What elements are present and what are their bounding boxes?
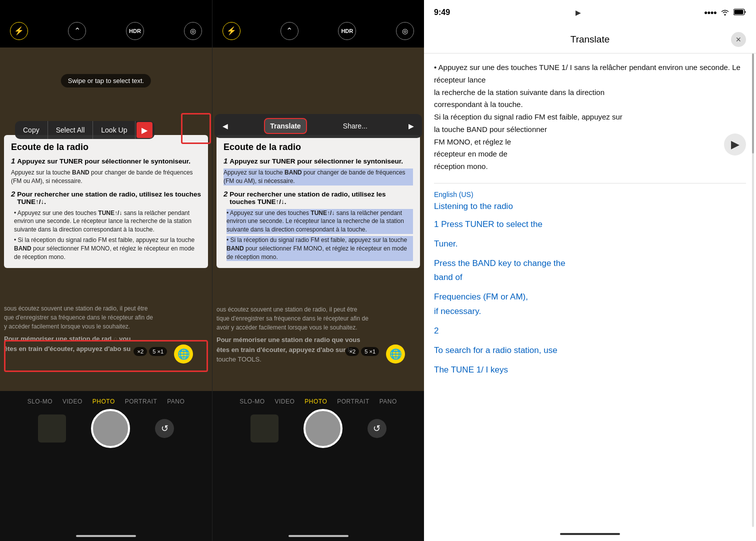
translate-button[interactable]: Translate — [264, 118, 306, 134]
translate-sheet: 9:49 ▶ ●●●● Translate ✕ — [424, 0, 756, 541]
step1-num: 1 — [11, 156, 15, 165]
mode-portrait[interactable]: PORTRAIT — [125, 398, 157, 405]
step1-title: Appuyez sur TUNER pour sélectionner le s… — [17, 158, 190, 165]
home-indicator — [76, 535, 136, 537]
live-photo-icon[interactable]: ◎ — [184, 22, 202, 40]
mode-video-2[interactable]: VIDEO — [274, 398, 294, 405]
prev-menu-button[interactable]: ◀ — [218, 119, 233, 133]
scrollbar-track — [752, 54, 754, 527]
flash-icon-2[interactable]: ⚡ — [222, 22, 240, 40]
en-line-3: Press the BAND key to change theband of — [434, 256, 746, 286]
camera-top-bar: ⚡ ⌃ HDR ◎ — [0, 0, 212, 48]
location-icon: ▶ — [576, 9, 580, 16]
home-indicator-sheet — [560, 533, 620, 535]
shutter-row-2: ↺ — [212, 409, 424, 448]
en-line-5: 2 — [434, 324, 746, 338]
step1-body-2: Appuyez sur la touche BAND pour changer … — [224, 168, 413, 186]
camera-modes: SLO-MO VIDEO PHOTO PORTRAIT PANO — [0, 391, 212, 405]
translate-title: Translate — [449, 34, 731, 45]
counter-1: 5 ×1 — [149, 347, 167, 356]
counter-3: 5 ×1 — [361, 347, 379, 356]
step2-num: 2 — [11, 190, 15, 198]
camera-top-bar-2: ⚡ ⌃ HDR ◎ — [212, 0, 424, 48]
shutter-button-2[interactable] — [304, 409, 342, 448]
counter-4: ×2 — [346, 347, 359, 356]
en-line-1: 1 Press TUNER to select the — [434, 218, 746, 232]
doc-title-2: Ecoute de la radio — [224, 142, 413, 152]
doc-title: Ecoute de la radio — [11, 142, 201, 152]
status-bar: 9:49 ▶ ●●●● — [424, 0, 756, 25]
context-menu[interactable]: Copy Select All Look Up ▶ — [15, 121, 154, 139]
play-button[interactable]: ▶ — [724, 134, 746, 156]
mode-slo-mo[interactable]: SLO-MO — [28, 398, 52, 405]
more-button[interactable]: ▶ — [136, 122, 152, 138]
translate-context-menu[interactable]: ◀ Translate Share... ▶ — [214, 114, 422, 138]
language-label: English (US) — [434, 190, 746, 198]
hdr-button-2[interactable]: HDR — [338, 22, 356, 40]
en-line-7: The TUNE 1/ I keys — [434, 363, 746, 378]
step1-title-2: Appuyez sur TUNER pour sélectionner le s… — [230, 158, 403, 165]
en-line-6: To search for a radio station, use — [434, 344, 746, 358]
mode-portrait-2[interactable]: PORTRAIT — [337, 398, 369, 405]
english-body: 1 Press TUNER to select the Tuner. Press… — [434, 218, 746, 378]
panel-1: ⚡ ⌃ HDR ◎ Swipe or tap to select text. C… — [0, 0, 212, 541]
mode-photo-2[interactable]: PHOTO — [304, 398, 327, 405]
status-time: 9:49 — [434, 8, 450, 17]
swipe-hint: Swipe or tap to select text. — [61, 74, 151, 88]
document-overlay: Ecoute de la radio 1 Appuyez sur TUNER p… — [4, 135, 208, 268]
next-menu-button[interactable]: ▶ — [404, 119, 419, 133]
step2-bullet1-2: • Appuyez sur une des touches TUNE↑/↓ sa… — [226, 209, 413, 234]
mode-pano[interactable]: PANO — [167, 398, 184, 405]
step2-title-2: Pour rechercher une station de radio, ut… — [230, 190, 413, 206]
panel-2: ⚡ ⌃ HDR ◎ ◀ Translate Share... ▶ Ecoute … — [212, 0, 424, 541]
chevron-up-icon[interactable]: ⌃ — [68, 22, 86, 40]
shutter-button[interactable] — [91, 409, 130, 448]
english-title: Listening to the radio — [434, 202, 746, 212]
mode-photo[interactable]: PHOTO — [92, 398, 115, 405]
mode-slo-mo-2[interactable]: SLO-MO — [240, 398, 264, 405]
copy-button[interactable]: Copy — [15, 121, 48, 139]
svg-rect-1 — [734, 10, 744, 14]
mode-video[interactable]: VIDEO — [62, 398, 82, 405]
document-overlay-2: Ecoute de la radio 1 Appuyez sur TUNER p… — [216, 135, 420, 268]
flip-camera-button-2[interactable]: ↺ — [368, 419, 386, 438]
step2-title: Pour rechercher une station de radio, ut… — [17, 190, 201, 206]
step2-num-2: 2 — [224, 190, 228, 198]
look-up-button[interactable]: Look Up — [93, 121, 136, 139]
divider — [434, 183, 746, 184]
sheet-content[interactable]: • Appuyez sur une des touches TUNE 1/ I … — [424, 54, 756, 527]
live-photo-icon-2[interactable]: ◎ — [396, 22, 414, 40]
en-line-2: Tuner. — [434, 237, 746, 252]
en-line-4: Frequencies (FM or AM),if necessary. — [434, 290, 746, 319]
home-indicator-2 — [288, 535, 348, 537]
camera-bottom-bar: SLO-MO VIDEO PHOTO PORTRAIT PANO ↺ — [0, 391, 212, 541]
step1-body: Appuyez sur la touche BAND pour changer … — [11, 168, 201, 186]
bottom-bar — [424, 527, 756, 541]
wifi-icon — [720, 8, 730, 17]
shutter-row: ↺ — [0, 409, 212, 448]
french-translation: • Appuyez sur une des touches TUNE 1/ I … — [434, 62, 746, 173]
step1-num-2: 1 — [224, 156, 228, 165]
emoji-badge-1: 🌐 — [174, 344, 193, 364]
camera-modes-2: SLO-MO VIDEO PHOTO PORTRAIT PANO — [212, 391, 424, 405]
status-icons: ●●●● — [704, 8, 746, 17]
battery-icon — [734, 8, 746, 17]
step2-bullet2-2: • Si la réception du signal radio FM est… — [226, 236, 413, 261]
step2-bullet2: • Si la réception du signal radio FM est… — [14, 236, 201, 261]
flip-camera-button[interactable]: ↺ — [155, 419, 174, 438]
chevron-up-icon-2[interactable]: ⌃ — [280, 22, 298, 40]
sheet-header: Translate ✕ — [424, 25, 756, 54]
mode-pano-2[interactable]: PANO — [380, 398, 397, 405]
flash-icon[interactable]: ⚡ — [10, 22, 28, 40]
gallery-thumb[interactable] — [38, 414, 66, 442]
step2-bullet1: • Appuyez sur une des touches TUNE↑/↓ sa… — [14, 209, 201, 234]
close-button[interactable]: ✕ — [731, 32, 746, 47]
gallery-thumb-2[interactable] — [250, 414, 278, 442]
emoji-badge-2: 🌐 — [386, 344, 405, 364]
select-all-button[interactable]: Select All — [48, 121, 94, 139]
camera-bottom-bar-2: SLO-MO VIDEO PHOTO PORTRAIT PANO ↺ — [212, 391, 424, 541]
scrollbar-thumb[interactable] — [752, 54, 754, 154]
share-button[interactable]: Share... — [338, 119, 372, 133]
hdr-button[interactable]: HDR — [126, 22, 144, 40]
counter-2: ×2 — [134, 347, 147, 356]
